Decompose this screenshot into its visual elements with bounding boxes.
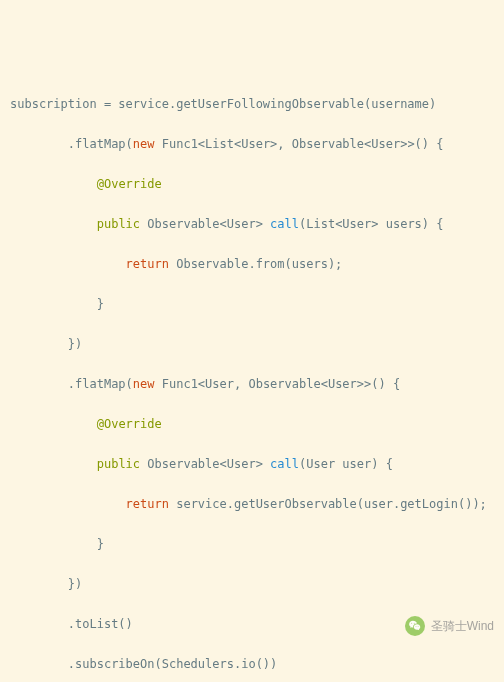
code-line: @Override bbox=[10, 414, 494, 434]
keyword-return: return bbox=[126, 497, 169, 511]
code-line: .flatMap(new Func1<List<User>, Observabl… bbox=[10, 134, 494, 154]
annotation-override: @Override bbox=[97, 177, 162, 191]
method-name: call bbox=[270, 217, 299, 231]
watermark-text: 圣骑士Wind bbox=[431, 616, 494, 636]
code-line: .flatMap(new Func1<User, Observable<User… bbox=[10, 374, 494, 394]
code-line: }) bbox=[10, 574, 494, 594]
keyword-public: public bbox=[97, 217, 140, 231]
code-text: (User user) { bbox=[299, 457, 393, 471]
code-text: } bbox=[10, 297, 104, 311]
code-text: Func1<List<User>, Observable<User>>() { bbox=[155, 137, 444, 151]
code-text bbox=[10, 257, 126, 271]
code-text: }) bbox=[10, 577, 82, 591]
wechat-icon bbox=[405, 616, 425, 636]
code-line: .subscribeOn(Schedulers.io()) bbox=[10, 654, 494, 674]
code-text: Observable<User> bbox=[140, 217, 270, 231]
annotation-override: @Override bbox=[97, 417, 162, 431]
code-line: } bbox=[10, 534, 494, 554]
code-line: public Observable<User> call(User user) … bbox=[10, 454, 494, 474]
code-text: .subscribeOn(Schedulers.io()) bbox=[10, 657, 277, 671]
code-text: Func1<User, Observable<User>>() { bbox=[155, 377, 401, 391]
code-line: return service.getUserObservable(user.ge… bbox=[10, 494, 494, 514]
code-text: }) bbox=[10, 337, 82, 351]
code-line: public Observable<User> call(List<User> … bbox=[10, 214, 494, 234]
method-name: call bbox=[270, 457, 299, 471]
keyword-public: public bbox=[97, 457, 140, 471]
code-text bbox=[10, 217, 97, 231]
code-text: .flatMap( bbox=[10, 137, 133, 151]
keyword-new: new bbox=[133, 377, 155, 391]
code-text: .flatMap( bbox=[10, 377, 133, 391]
keyword-return: return bbox=[126, 257, 169, 271]
code-line: }) bbox=[10, 334, 494, 354]
code-text bbox=[10, 417, 97, 431]
code-text: subscription = service.getUserFollowingO… bbox=[10, 97, 436, 111]
code-line: @Override bbox=[10, 174, 494, 194]
code-line: subscription = service.getUserFollowingO… bbox=[10, 94, 494, 114]
code-text bbox=[10, 457, 97, 471]
code-text: (List<User> users) { bbox=[299, 217, 444, 231]
code-line: return Observable.from(users); bbox=[10, 254, 494, 274]
code-text: Observable.from(users); bbox=[169, 257, 342, 271]
code-text bbox=[10, 497, 126, 511]
keyword-new: new bbox=[133, 137, 155, 151]
code-text: } bbox=[10, 537, 104, 551]
code-text: Observable<User> bbox=[140, 457, 270, 471]
code-text bbox=[10, 177, 97, 191]
code-text: .toList() bbox=[10, 617, 133, 631]
code-text: service.getUserObservable(user.getLogin(… bbox=[169, 497, 487, 511]
watermark: 圣骑士Wind bbox=[405, 616, 494, 636]
code-line: } bbox=[10, 294, 494, 314]
